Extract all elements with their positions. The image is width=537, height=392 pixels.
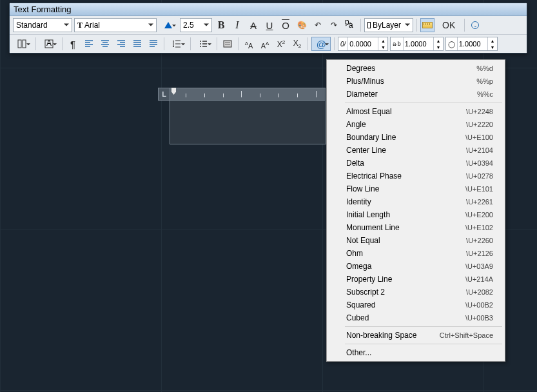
menu-item-monument-line[interactable]: Monument Line\U+E102 (328, 221, 503, 234)
align-left-icon (84, 39, 94, 49)
menu-item-squared[interactable]: Squared\U+00B2 (328, 299, 503, 311)
italic-button[interactable]: I (230, 18, 244, 32)
oblique-angle-spinner[interactable]: 0/ ▲▼ (338, 37, 388, 51)
tracking-spinner[interactable]: a·b ▲▼ (390, 37, 444, 51)
numbering-button[interactable] (194, 37, 213, 51)
text-style-dropdown[interactable]: Standard (13, 18, 72, 32)
separator (360, 19, 361, 32)
text-ruler[interactable]: L (158, 88, 326, 101)
bold-button[interactable]: B (214, 18, 228, 32)
menu-item-label: Angle (346, 120, 366, 129)
lowercase-button[interactable]: Aa (258, 37, 272, 51)
background-mask-button[interactable]: 🎨 (295, 18, 309, 32)
oblique-icon: 0/ (338, 37, 348, 50)
menu-item-boundary-line[interactable]: Boundary Line\U+E100 (328, 131, 503, 144)
options-button[interactable]: ⌄ (468, 18, 482, 32)
width-factor-spinner[interactable]: ◯ ▲▼ (445, 37, 498, 51)
menu-item-non-breaking-space[interactable]: Non-breaking SpaceCtrl+Shift+Space (328, 329, 503, 342)
spin-up[interactable]: ▲ (434, 37, 443, 44)
menu-separator (345, 326, 502, 327)
annotative-button[interactable] (159, 18, 178, 32)
align-right-button[interactable] (114, 37, 128, 51)
align-distribute-icon (148, 39, 159, 49)
font-dropdown[interactable]: TArial (74, 18, 157, 32)
spin-up[interactable]: ▲ (378, 37, 387, 44)
menu-item-cubed[interactable]: Cubed\U+00B3 (328, 311, 503, 324)
uppercase-button[interactable]: aA (242, 37, 256, 51)
circle-chevron-icon: ⌄ (471, 21, 479, 29)
menu-item-ohm[interactable]: Ohm\U+2126 (328, 247, 503, 260)
menu-item-diameter[interactable]: Diameter%%c (328, 88, 503, 101)
menu-item-shortcut: \U+2082 (466, 288, 493, 296)
ruler-ticks (170, 88, 325, 100)
field-icon (222, 39, 233, 49)
svg-text:a: a (349, 21, 353, 30)
tracking-input[interactable] (404, 40, 433, 48)
align-left-button[interactable] (82, 37, 96, 51)
separator (190, 37, 191, 50)
menu-item-angle[interactable]: Angle\U+2220 (328, 118, 503, 131)
menu-item-shortcut: \U+E102 (465, 224, 493, 231)
menu-item-delta[interactable]: Delta\U+0394 (328, 157, 503, 170)
menu-item-label: Initial Length (346, 210, 390, 219)
align-center-button[interactable] (98, 37, 112, 51)
separator (334, 37, 335, 50)
stack-icon: ba (345, 20, 355, 30)
menu-item-identity[interactable]: Identity\U+2261 (328, 195, 503, 208)
redo-button[interactable]: ↷ (327, 18, 341, 32)
paragraph-icon: ¶ (70, 39, 75, 50)
menu-item-initial-length[interactable]: Initial Length\U+E200 (328, 208, 503, 221)
svg-point-7 (200, 43, 201, 44)
menu-item-label: Boundary Line (346, 133, 396, 142)
ruler-tab-button[interactable]: L (159, 88, 170, 100)
spin-down[interactable]: ▼ (378, 44, 387, 50)
subscript-button[interactable]: X2 (290, 37, 304, 51)
spin-down[interactable]: ▼ (434, 44, 443, 50)
paragraph-button[interactable]: ¶ (66, 37, 80, 51)
menu-item-electrical-phase[interactable]: Electrical Phase\U+0278 (328, 170, 503, 182)
at-icon: @ (316, 39, 326, 50)
menu-item-shortcut: \U+E100 (465, 133, 493, 141)
menu-item-plus-minus[interactable]: Plus/Minus%%p (328, 75, 503, 88)
separator (416, 19, 417, 32)
oblique-input[interactable] (348, 40, 378, 48)
color-dropdown[interactable]: ByLayer (364, 18, 413, 32)
stack-button[interactable]: ba (343, 18, 357, 32)
menu-item-degrees[interactable]: Degrees%%d (328, 62, 503, 75)
ruler-toggle-button[interactable] (420, 18, 434, 32)
menu-item-center-line[interactable]: Center Line\U+2104 (328, 144, 503, 157)
menu-item-shortcut: \U+00B3 (465, 314, 493, 322)
justification-button[interactable]: A (39, 37, 59, 51)
undo-button[interactable]: ↶ (311, 18, 325, 32)
columns-button[interactable] (13, 37, 32, 51)
menu-item-subscript-2[interactable]: Subscript 2\U+2082 (328, 286, 503, 299)
menu-item-flow-line[interactable]: Flow Line\U+E101 (328, 182, 503, 195)
menu-item-omega[interactable]: Omega\U+03A9 (328, 260, 503, 273)
width-factor-icon: ◯ (446, 37, 458, 50)
spin-up[interactable]: ▲ (488, 37, 497, 44)
line-spacing-icon (172, 39, 182, 49)
separator (62, 37, 63, 50)
strikethrough-button[interactable]: A (246, 18, 260, 32)
underline-button[interactable]: U (262, 18, 277, 32)
menu-item-property-line[interactable]: Property Line\U+214A (328, 273, 503, 286)
symbol-button[interactable]: @ (311, 37, 331, 51)
mtext-editor[interactable] (170, 101, 326, 144)
ok-button[interactable]: OK (436, 18, 461, 32)
menu-item-other-[interactable]: Other... (328, 346, 503, 359)
menu-item-not-equal[interactable]: Not Equal\U+2260 (328, 234, 503, 247)
align-distribute-button[interactable] (146, 37, 161, 51)
truetype-icon: T (77, 21, 83, 30)
menu-item-label: Monument Line (346, 223, 400, 232)
spin-down[interactable]: ▼ (488, 44, 497, 50)
overline-button[interactable]: O (278, 18, 293, 32)
line-spacing-button[interactable] (168, 37, 187, 51)
width-factor-input[interactable] (458, 40, 487, 48)
superscript-button[interactable]: X2 (274, 37, 288, 51)
menu-item-almost-equal[interactable]: Almost Equal\U+2248 (328, 105, 503, 118)
insert-field-button[interactable] (220, 37, 235, 51)
toolbar-row-1: Standard TArial 2.5 B I A U O 🎨 ↶ ↷ ba B… (10, 16, 527, 35)
toolbar-row-2: A ¶ aA Aa X2 X2 @ 0/ ▲▼ a·b ▲▼ ◯ (10, 35, 527, 53)
text-size-dropdown[interactable]: 2.5 (180, 18, 212, 32)
align-justify-button[interactable] (130, 37, 144, 51)
